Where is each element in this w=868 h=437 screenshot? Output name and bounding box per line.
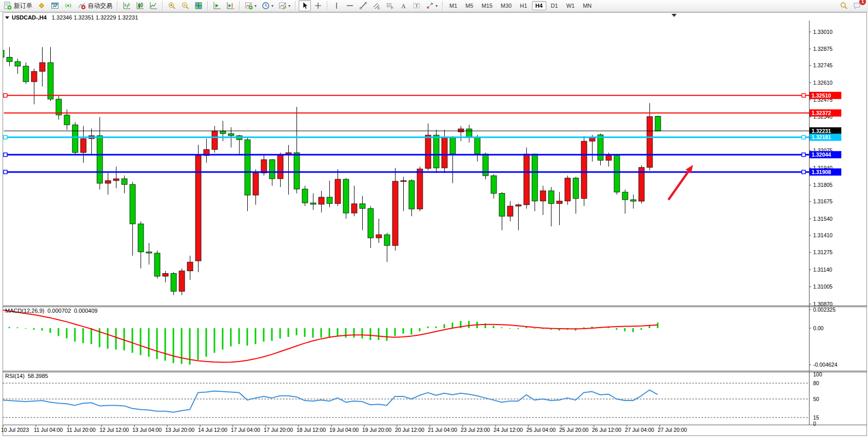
chart-shift-button[interactable]	[224, 0, 236, 11]
candle-body	[31, 71, 37, 82]
macd-histogram-bar	[468, 321, 470, 328]
candle-body	[475, 137, 480, 154]
arrows-button[interactable]: ▾	[424, 0, 440, 11]
macd-histogram-bar	[288, 328, 289, 337]
fibonacci-button[interactable]: F	[384, 0, 396, 11]
macd-histogram-bar	[206, 328, 207, 357]
candle-body	[81, 139, 86, 153]
chat-button[interactable]: 1	[851, 0, 863, 11]
zoom-in-icon	[168, 2, 176, 10]
line-handle[interactable]	[802, 170, 805, 174]
indicators-button[interactable]: ▾	[243, 0, 259, 11]
time-tick-label: 27 Jul 20:00	[658, 427, 687, 433]
chart-window-button[interactable]	[49, 0, 61, 11]
candle-body	[113, 179, 119, 181]
timeframe-m30-button[interactable]: M30	[497, 1, 515, 10]
macd-histogram-bar	[230, 328, 232, 347]
timeframe-d1-button[interactable]: D1	[547, 1, 562, 10]
line-handle[interactable]	[4, 93, 7, 97]
macd-histogram-bar	[140, 328, 142, 355]
macd-histogram-bar	[534, 328, 536, 329]
vertical-line-button[interactable]	[330, 0, 343, 11]
timeframe-m15-button[interactable]: M15	[478, 1, 496, 10]
candle-body	[458, 129, 464, 132]
signals-button[interactable]	[62, 0, 74, 11]
auto-trading-button-label: 自动交易	[88, 2, 112, 10]
macd-histogram-bar	[58, 328, 60, 336]
macd-histogram-bar	[583, 327, 585, 328]
macd-histogram-bar	[624, 328, 626, 331]
bar-chart-button[interactable]	[121, 0, 133, 11]
candle-body	[401, 181, 406, 182]
line-handle[interactable]	[4, 136, 7, 139]
toolbar-group-4: ▾▾▾	[242, 0, 293, 11]
dropdown-caret-icon[interactable]: ▾	[271, 4, 273, 8]
timeframe-h4-button[interactable]: H4	[532, 1, 546, 10]
candle-body	[40, 63, 45, 71]
time-tick-label: 24 Jul 12:00	[494, 427, 523, 433]
dropdown-caret-icon[interactable]: ▾	[436, 4, 438, 8]
search-button[interactable]	[838, 0, 850, 11]
channel-button[interactable]: E	[370, 0, 383, 11]
line-handle[interactable]	[802, 153, 805, 157]
svg-text:A: A	[401, 3, 406, 10]
periods-button[interactable]: ▾	[260, 0, 275, 11]
toolbar-separator	[162, 1, 163, 10]
expert-advisors-button[interactable]	[35, 0, 48, 11]
macd-histogram-bar	[378, 328, 380, 340]
timeframe-m1-button[interactable]: M1	[446, 1, 461, 10]
toolbar-group-0: 新订单自动交易	[1, 0, 115, 11]
time-tick-label: 19 Jul 04:00	[329, 427, 359, 433]
text-button[interactable]: A	[397, 0, 409, 11]
rsi-tick-label: 15	[813, 414, 819, 421]
timeframe-mn-button[interactable]: MN	[579, 1, 595, 10]
trendline-button[interactable]	[357, 0, 369, 11]
macd-histogram-bar	[518, 328, 519, 329]
line-handle[interactable]	[802, 136, 805, 139]
line-handle[interactable]	[4, 153, 7, 157]
tile-windows-button[interactable]	[192, 0, 205, 11]
zoom-out-button[interactable]	[179, 0, 191, 11]
cursor-button[interactable]	[299, 0, 311, 11]
new-order-button[interactable]: 新订单	[2, 0, 34, 11]
timeframe-h1-button[interactable]: H1	[516, 1, 530, 10]
candle-body	[0, 50, 4, 58]
crosshair-button[interactable]	[312, 0, 324, 11]
horizontal-line-button[interactable]	[344, 0, 356, 11]
toolbar-separator	[442, 1, 443, 10]
macd-histogram-bar	[386, 328, 388, 341]
candle-body	[23, 66, 29, 82]
macd-histogram-bar	[198, 328, 199, 360]
search-icon	[840, 2, 848, 10]
trading-platform-window: 新订单自动交易▾▾▾EFAT▾M1M5M15M30H1H4D1W1MN1 1.3…	[0, 0, 868, 437]
dropdown-caret-icon[interactable]: ▾	[288, 4, 290, 8]
crosshair-icon	[314, 2, 322, 10]
toolbar-right-group: 1	[837, 0, 867, 11]
auto-scroll-button[interactable]	[211, 0, 223, 11]
line-handle[interactable]	[4, 170, 7, 174]
line-chart-button[interactable]	[147, 0, 160, 11]
svg-text:F: F	[391, 6, 393, 10]
time-tick-label: 25 Jul 20:00	[559, 427, 588, 433]
candle-body	[97, 136, 103, 183]
candlestick-button[interactable]	[134, 0, 146, 11]
macd-histogram-bar	[353, 328, 355, 338]
text-label-button[interactable]: T	[410, 0, 423, 11]
dropdown-caret-icon[interactable]: ▾	[254, 4, 257, 8]
macd-histogram-bar	[419, 328, 421, 331]
candle-body	[581, 141, 587, 198]
auto-trading-button[interactable]: 自动交易	[75, 0, 114, 11]
zoom-in-button[interactable]	[166, 0, 178, 11]
macd-histogram-bar	[25, 328, 27, 329]
timeframe-m5-button[interactable]: M5	[462, 1, 477, 10]
templates-button[interactable]: ▾	[277, 0, 292, 11]
macd-histogram-bar	[214, 328, 215, 353]
timeframe-w1-button[interactable]: W1	[563, 1, 579, 10]
new-order-icon	[4, 2, 12, 10]
candle-body	[524, 154, 529, 205]
price-tick-label: 1.31140	[813, 267, 832, 273]
candle-body	[540, 191, 546, 201]
macd-histogram-bar	[312, 328, 314, 338]
zoom-out-icon	[181, 2, 189, 10]
line-handle[interactable]	[802, 93, 805, 97]
